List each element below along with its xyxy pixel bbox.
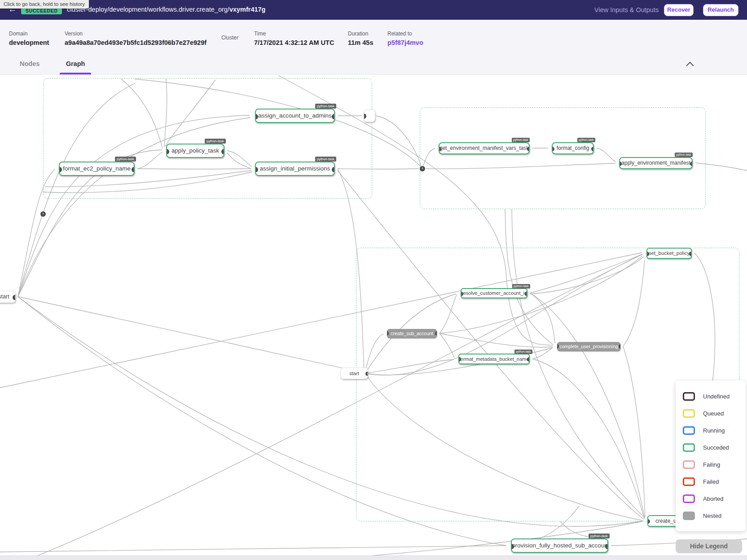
meta-cluster: Cluster bbox=[221, 35, 238, 43]
task-type-tag: python-task bbox=[589, 534, 610, 538]
node-get-environment-manifest-vars-task[interactable]: get_environment_manifest_vars_task bbox=[439, 142, 530, 154]
port-in-icon bbox=[364, 114, 366, 119]
legend-swatch-failing bbox=[683, 460, 695, 469]
port-out-icon bbox=[689, 252, 692, 256]
workflow-graph-canvas[interactable]: start assign_account_to_admins python-ta… bbox=[0, 74, 747, 560]
task-type-tag: python-task bbox=[577, 138, 595, 142]
legend-swatch-queued bbox=[683, 409, 695, 418]
legend-swatch-running bbox=[683, 426, 695, 435]
port-in-icon bbox=[387, 331, 389, 336]
task-type-tag: python-task bbox=[512, 284, 530, 289]
legend-item: Undefined bbox=[676, 388, 746, 405]
node-apply-policy-task[interactable]: apply_policy_task bbox=[166, 144, 224, 158]
meta-duration: Duration 11m 45s bbox=[348, 31, 373, 46]
breadcrumb: cluster-deploy/development/workflows.dri… bbox=[67, 6, 265, 13]
legend-item: Aborted bbox=[676, 490, 746, 507]
port-in-icon bbox=[647, 519, 650, 524]
graph-edges bbox=[0, 74, 747, 560]
task-type-tag: python-task bbox=[315, 157, 336, 162]
node-create-sub-account[interactable]: create_sub_account bbox=[387, 329, 437, 338]
legend-item: Running bbox=[676, 422, 746, 439]
legend-item: Failed bbox=[676, 473, 746, 490]
task-type-tag: python-task bbox=[315, 104, 336, 109]
node-end-stub[interactable] bbox=[364, 109, 375, 122]
node-complete-user-provisioning[interactable]: complete_user_provisioning bbox=[557, 342, 620, 351]
node-set-bucket-policy[interactable]: set_bucket_policy bbox=[646, 248, 692, 259]
legend-item: Succeded bbox=[676, 439, 746, 456]
legend-swatch-succeeded bbox=[683, 443, 695, 452]
meta-time: Time 7/17/2021 4:32:12 AM UTC bbox=[254, 31, 334, 46]
port-out-icon bbox=[527, 357, 530, 362]
port-out-icon bbox=[690, 162, 693, 166]
port-in-icon bbox=[166, 149, 169, 154]
port-out-icon bbox=[365, 372, 368, 376]
port-out-icon bbox=[527, 147, 530, 151]
chevron-up-icon[interactable] bbox=[686, 62, 694, 70]
meta-version: Version a9a49a8a70ed493e7b5fc1d5293f06b7… bbox=[65, 31, 207, 46]
task-type-tag: python-task bbox=[675, 153, 693, 157]
node-start[interactable]: start bbox=[0, 291, 16, 303]
meta-related-to: Related to p5f87j4mvo bbox=[387, 31, 423, 46]
graph-legend: Undefined Queued Running Succeded Failin… bbox=[676, 381, 746, 531]
node-assign-account-to-admins[interactable]: assign_account_to_admins bbox=[255, 109, 335, 123]
legend-item: Failing bbox=[676, 456, 746, 473]
meta-domain: Domain development bbox=[9, 31, 49, 46]
relaunch-button[interactable]: Relaunch bbox=[703, 4, 738, 16]
tab-nodes[interactable]: Nodes bbox=[20, 60, 40, 67]
port-out-icon bbox=[619, 344, 620, 349]
port-out-icon bbox=[13, 295, 16, 300]
task-type-tag: python-task bbox=[205, 139, 226, 144]
port-out-icon bbox=[435, 331, 437, 336]
execution-meta-bar: Domain development Version a9a49a8a70ed4… bbox=[0, 20, 747, 55]
task-type-tag: python-task bbox=[115, 157, 136, 162]
related-execution-link[interactable]: p5f87j4mvo bbox=[387, 39, 423, 46]
legend-swatch-undefined bbox=[683, 392, 695, 401]
legend-swatch-aborted bbox=[683, 494, 695, 503]
recover-button[interactable]: Recover bbox=[664, 4, 694, 16]
port-in-icon bbox=[59, 167, 62, 172]
port-out-icon bbox=[132, 167, 135, 172]
legend-item: Queued bbox=[676, 405, 746, 422]
port-out-icon bbox=[332, 167, 335, 172]
port-out-icon bbox=[591, 147, 594, 151]
port-out-icon bbox=[525, 292, 527, 296]
node-format-metadata-bucket-name[interactable]: format_metadata_bucket_name bbox=[458, 354, 530, 364]
top-bar: ← SUCCEEDED cluster-deploy/development/w… bbox=[0, 0, 747, 20]
node-provision-fully-hosted-sub-account[interactable]: provision_fully_hosted_sub_account bbox=[511, 538, 608, 553]
node-format-ec2-policy-name[interactable]: format_ec2_policy_name bbox=[59, 162, 135, 176]
node-format-config[interactable]: format_config bbox=[552, 142, 594, 154]
back-tooltip: Click to go back, hold to see history bbox=[0, 0, 89, 9]
port-in-icon bbox=[552, 147, 554, 151]
port-in-icon bbox=[40, 211, 46, 217]
canvas-bottom-strip bbox=[0, 556, 747, 560]
node-resolve-customer-account-id[interactable]: resolve_customer_account_id bbox=[461, 288, 527, 298]
port-out-icon bbox=[332, 114, 335, 119]
port-in-icon bbox=[255, 167, 258, 172]
port-in-icon bbox=[420, 166, 425, 171]
task-type-tag: python-task bbox=[514, 350, 532, 354]
hide-legend-button[interactable]: Hide Legend bbox=[676, 539, 742, 553]
node-apply-environment-manifest[interactable]: apply_environment_manifest bbox=[619, 157, 693, 169]
port-in-icon bbox=[255, 114, 258, 119]
port-out-icon bbox=[221, 149, 224, 154]
node-substart[interactable]: start bbox=[340, 368, 368, 379]
task-type-tag: python-task bbox=[512, 138, 530, 142]
legend-item: Nested bbox=[676, 507, 746, 524]
legend-swatch-failed bbox=[683, 477, 695, 486]
legend-swatch-nested bbox=[683, 512, 695, 520]
node-assign-initial-permissions[interactable]: assign_initial_permissions bbox=[255, 162, 335, 176]
port-in-icon bbox=[557, 344, 559, 349]
port-out-icon bbox=[605, 544, 608, 549]
tab-bar: Nodes Graph bbox=[0, 55, 747, 74]
view-inputs-outputs-link[interactable]: View Inputs & Outputs bbox=[594, 6, 659, 13]
tab-graph[interactable]: Graph bbox=[60, 60, 91, 67]
